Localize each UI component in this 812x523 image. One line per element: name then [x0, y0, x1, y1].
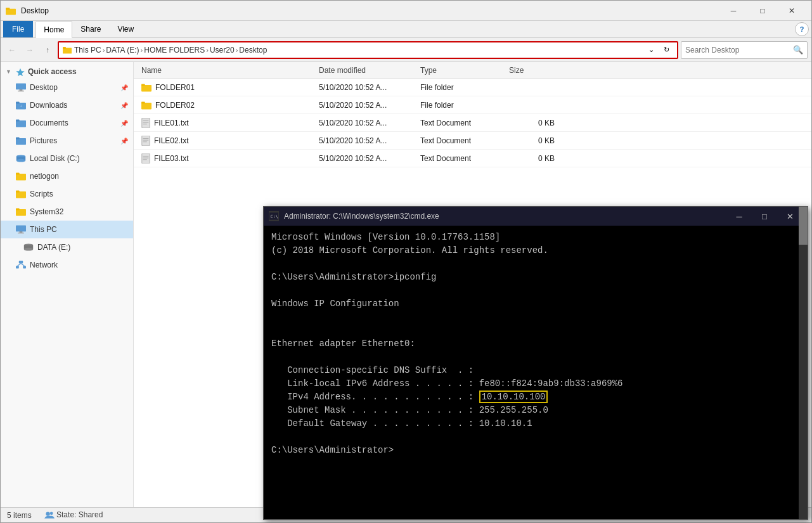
svg-rect-38	[141, 101, 145, 103]
svg-rect-1	[6, 8, 10, 10]
breadcrumb-desktop[interactable]: Desktop	[239, 46, 267, 55]
documents-icon	[16, 118, 26, 128]
title-bar: Desktop ─ □ ✕	[1, 1, 811, 21]
file-type: Text Document	[418, 154, 506, 163]
svg-rect-31	[16, 266, 19, 269]
file-date: 5/10/2020 10:52 A...	[316, 119, 418, 127]
column-headers: Name Date modified Type Size	[134, 62, 811, 79]
sidebar-item-documents[interactable]: Documents 📌	[1, 114, 133, 132]
cmd-line: (c) 2018 Microsoft Corporation. All righ…	[271, 244, 800, 257]
svg-rect-30	[19, 261, 23, 264]
shared-icon	[44, 511, 55, 520]
file-name: FILE03.txt	[139, 153, 316, 164]
sidebar-system32-label: System32	[30, 207, 63, 216]
svg-rect-14	[16, 137, 20, 139]
cmd-scrollbar-thumb[interactable]	[799, 207, 808, 245]
folder-icon	[141, 101, 151, 110]
svg-point-51	[46, 512, 49, 515]
sidebar-pictures-label: Pictures	[30, 136, 57, 145]
col-header-type[interactable]: Type	[418, 62, 506, 78]
breadcrumb-homefolders[interactable]: HOME FOLDERS	[144, 46, 205, 55]
file-size: 0 KB	[506, 136, 557, 145]
col-header-name[interactable]: Name	[139, 62, 316, 78]
sidebar-item-scripts[interactable]: Scripts	[1, 185, 133, 203]
sidebar-downloads-label: Downloads	[30, 101, 67, 110]
file-size: 0 KB	[506, 119, 557, 127]
table-row[interactable]: FILE02.txt 5/10/2020 10:52 A... Text Doc…	[134, 132, 811, 150]
pictures-icon	[16, 136, 26, 146]
sidebar-item-netlogon[interactable]: netlogon	[1, 167, 133, 185]
sidebar-item-system32[interactable]: System32	[1, 203, 133, 221]
state-label: State: Shared	[44, 510, 103, 520]
tab-home[interactable]: Home	[35, 22, 72, 38]
address-refresh-button[interactable]: ↻	[659, 43, 673, 57]
breadcrumb-data[interactable]: DATA (E:)	[106, 46, 139, 55]
file-icon	[141, 153, 150, 164]
file-date: 5/10/2020 10:52 A...	[316, 154, 418, 163]
cmd-line	[271, 351, 800, 364]
address-breadcrumb: This PC › DATA (E:) › HOME FOLDERS › Use…	[74, 46, 641, 55]
svg-line-34	[21, 264, 25, 266]
cmd-line	[271, 324, 800, 337]
svg-rect-3	[63, 47, 66, 49]
netlogon-folder-icon	[16, 171, 26, 181]
file-icon	[141, 136, 150, 146]
file-list: FOLDER01 5/10/2020 10:52 A... File folde…	[134, 79, 811, 167]
svg-rect-19	[16, 172, 20, 174]
help-button[interactable]: ?	[795, 22, 809, 36]
pin-icon-documents: 📌	[120, 120, 128, 127]
cmd-line: Link-local IPv6 Address . . . . . : fe80…	[271, 377, 800, 391]
sidebar-network-label: Network	[30, 261, 58, 269]
search-icon: 🔍	[793, 45, 803, 55]
sidebar-documents-label: Documents	[30, 119, 68, 127]
nav-forward-button[interactable]: →	[22, 42, 37, 58]
thispc-icon	[16, 224, 26, 235]
address-dropdown-button[interactable]: ⌄	[644, 43, 658, 57]
minimize-button[interactable]: ─	[719, 1, 748, 21]
breadcrumb-thispc[interactable]: This PC	[74, 46, 101, 55]
breadcrumb-user20[interactable]: User20	[210, 46, 235, 55]
table-row[interactable]: FILE03.txt 5/10/2020 10:52 A... Text Doc…	[134, 150, 811, 167]
table-row[interactable]: FOLDER02 5/10/2020 10:52 A... File folde…	[134, 96, 811, 114]
sidebar-item-network[interactable]: Network	[1, 256, 133, 274]
maximize-button[interactable]: □	[748, 1, 777, 21]
window-folder-icon	[6, 6, 16, 15]
search-input[interactable]	[685, 46, 790, 55]
sidebar-localdisk-label: Local Disk (C:)	[30, 154, 80, 163]
file-type: Text Document	[418, 119, 506, 127]
nav-back-button[interactable]: ←	[4, 42, 20, 58]
table-row[interactable]: FOLDER01 5/10/2020 10:52 A... File folde…	[134, 79, 811, 96]
sidebar-item-downloads[interactable]: ↓ Downloads 📌	[1, 96, 133, 114]
file-size: 0 KB	[506, 154, 557, 163]
sidebar-section-quickaccess[interactable]: ▼ Quick access	[1, 65, 133, 79]
state-text: State:	[56, 510, 79, 519]
table-row[interactable]: FILE01.txt 5/10/2020 10:52 A... Text Doc…	[134, 114, 811, 132]
cmd-content[interactable]: Microsoft Windows [Version 10.0.17763.11…	[264, 226, 808, 519]
sidebar-item-pictures[interactable]: Pictures 📌	[1, 132, 133, 150]
sidebar-item-localdisk[interactable]: Local Disk (C:)	[1, 150, 133, 167]
col-header-date[interactable]: Date modified	[316, 62, 418, 78]
system32-folder-icon	[16, 207, 26, 217]
cmd-title-bar: C:\ Administrator: C:\Windows\system32\c…	[264, 207, 808, 226]
address-bar-row: ← → ↑ This PC › DATA (E:) › HOME FOLDERS…	[1, 38, 811, 62]
cmd-scrollbar[interactable]	[799, 207, 808, 519]
file-date: 5/10/2020 10:52 A...	[316, 136, 418, 145]
sidebar-item-desktop[interactable]: Desktop 📌	[1, 79, 133, 96]
cmd-line: Connection-specific DNS Suffix . :	[271, 364, 800, 377]
nav-up-button[interactable]: ↑	[40, 42, 55, 58]
sidebar-item-data[interactable]: DATA (E:)	[1, 238, 133, 256]
svg-rect-21	[16, 190, 20, 192]
search-box[interactable]: 🔍	[681, 41, 808, 59]
col-header-size[interactable]: Size	[506, 62, 557, 78]
sidebar-item-thispc[interactable]: This PC	[1, 221, 133, 238]
file-icon	[141, 118, 150, 128]
cmd-minimize-button[interactable]: ─	[726, 207, 752, 226]
cmd-maximize-button[interactable]: □	[752, 207, 777, 226]
svg-rect-47	[142, 153, 150, 164]
address-box[interactable]: This PC › DATA (E:) › HOME FOLDERS › Use…	[58, 41, 678, 59]
file-date: 5/10/2020 10:52 A...	[316, 101, 418, 110]
tab-view[interactable]: View	[109, 21, 142, 37]
tab-share[interactable]: Share	[72, 21, 109, 37]
tab-file[interactable]: File	[3, 21, 33, 37]
close-button[interactable]: ✕	[777, 1, 806, 21]
